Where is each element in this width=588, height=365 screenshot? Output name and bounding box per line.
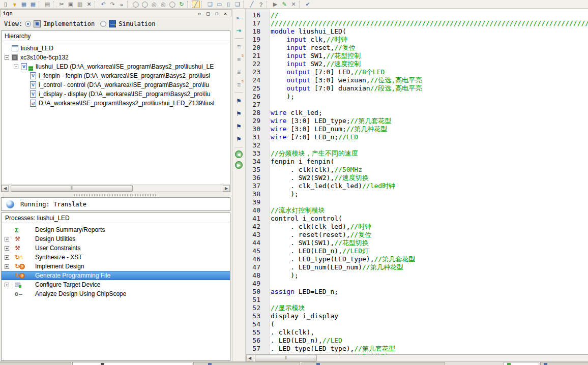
hierarchy-tree-item[interactable]: −Vliushui_LED (D:\A_workarea\ISE_program…: [2, 62, 230, 71]
code-line[interactable]: 53display i_display: [246, 312, 588, 320]
tree-expander-icon[interactable]: +: [5, 264, 9, 269]
hierarchy-tree-item[interactable]: −xc3s100e-5cp132: [2, 53, 230, 62]
bookmark-prev-icon[interactable]: ⚑: [234, 121, 244, 131]
verify-icon[interactable]: ✔: [304, 1, 312, 8]
hierarchy-tree-item[interactable]: cfD:\A_workarea\ISE_program\Basys2_pro\l…: [2, 99, 230, 108]
code-line[interactable]: 33//分频模块，产生不同的速度: [246, 149, 588, 158]
stop-user-icon[interactable]: ✕: [289, 1, 298, 8]
process-item[interactable]: +⚒User Constraints: [2, 244, 230, 253]
arrange-windows-icon[interactable]: ❏: [233, 1, 242, 8]
process-item[interactable]: +↻⚠Synthesize - XST: [2, 253, 230, 262]
nav-back-icon[interactable]: ◀: [235, 150, 243, 158]
bottom-tab[interactable]: [302, 362, 445, 365]
code-line[interactable]: 20 input reset,//复位: [246, 44, 588, 52]
refresh-icon[interactable]: ↻: [178, 1, 186, 8]
indent-numbered-icon[interactable]: ≡: [234, 80, 244, 89]
code-line[interactable]: 30wire [3:0] LED_num;//第几种花型: [246, 125, 588, 133]
code-line[interactable]: 18module liushui_LED(: [246, 27, 588, 36]
code-line[interactable]: 36 . SW2(SW2),//速度切换: [246, 174, 588, 182]
code-line[interactable]: 21 input SW1,//花型控制: [246, 52, 588, 60]
bottom-tab[interactable]: [193, 362, 300, 365]
open-project-icon[interactable]: ▼: [11, 1, 19, 8]
editor-hscrollbar[interactable]: ◀: [246, 354, 588, 361]
code-line[interactable]: 54(: [246, 320, 588, 328]
hierarchy-hscrollbar[interactable]: ◀ ▶: [2, 185, 230, 192]
code-line[interactable]: 51: [246, 296, 588, 304]
code-line[interactable]: 24 output [3:0] weixuan,//位选,高电平亮: [246, 76, 588, 84]
expand-block-icon[interactable]: ⇥: [234, 25, 244, 35]
overflow-icon[interactable]: »: [117, 1, 126, 8]
bookmark-toggle-icon[interactable]: ⚑: [234, 109, 244, 118]
code-editor[interactable]: 16//17//////////////////////////////////…: [246, 9, 588, 365]
code-line[interactable]: 42 . clk(clk_led),//时钟: [246, 223, 588, 231]
code-line[interactable]: 34fenpin i_fenpin(: [246, 158, 588, 166]
zoom-selection-icon[interactable]: ◎: [150, 1, 158, 8]
tree-expander-icon[interactable]: +: [5, 283, 9, 287]
process-item[interactable]: ↻?Generate Programming File: [2, 271, 230, 280]
bookmark-next-icon[interactable]: ⚑: [234, 96, 244, 106]
bottom-tab-active[interactable]: [72, 362, 192, 365]
run-icon[interactable]: ▶: [271, 1, 279, 8]
code-line[interactable]: 41control i_control(: [246, 215, 588, 223]
zoom-in-icon[interactable]: ◯: [132, 1, 140, 8]
scroll-thumb[interactable]: [11, 185, 133, 192]
hierarchy-tree-item[interactable]: Vi_display - display (D:\A_workarea\ISE_…: [2, 89, 230, 99]
outline-numbered-icon[interactable]: ≡: [234, 54, 244, 64]
new-document-icon[interactable]: ▯: [2, 1, 10, 8]
tile-vertical-icon[interactable]: ▯: [224, 1, 232, 8]
code-line[interactable]: 27: [246, 101, 588, 109]
wand-icon[interactable]: ╱: [248, 1, 256, 8]
close-button[interactable]: ✕: [222, 10, 229, 16]
indent-guide-icon[interactable]: ≡: [234, 67, 244, 77]
code-line[interactable]: 26 );: [246, 93, 588, 101]
code-line[interactable]: 45 . LED(LED_n),//LED灯: [246, 247, 588, 255]
float-button[interactable]: ↔: [196, 10, 203, 16]
bookmark-clear-icon[interactable]: ⚑: [234, 134, 244, 144]
zoom-full-icon[interactable]: ◯: [168, 1, 177, 8]
code-line[interactable]: 49: [246, 280, 588, 288]
undo-icon[interactable]: ↶: [99, 1, 107, 8]
restore-button[interactable]: ❐: [213, 10, 220, 16]
zoom-box-icon[interactable]: ◎: [159, 1, 167, 8]
tree-expander-icon[interactable]: −: [5, 55, 9, 60]
code-line[interactable]: 35 . clk(clk),//50MHz: [246, 166, 588, 174]
scroll-left-arrow-icon[interactable]: ◀: [246, 355, 253, 361]
code-line[interactable]: 31wire [7:0] LED_n;//LED: [246, 133, 588, 141]
panel-splitter[interactable]: [0, 193, 231, 197]
code-line[interactable]: 43 . reset(reset),//复位: [246, 231, 588, 239]
code-line[interactable]: 22 input SW2,//速度控制: [246, 60, 588, 68]
process-item[interactable]: +↻?Implement Design: [2, 262, 230, 271]
process-item[interactable]: ΣDesign Summary/Reports: [2, 225, 230, 234]
hierarchy-tree-item[interactable]: Vi_control - control (D:\A_workarea\ISE_…: [2, 80, 230, 89]
code-line[interactable]: 50assign LED=LED_n;: [246, 288, 588, 296]
cut-icon[interactable]: ✂: [57, 1, 66, 8]
simulation-radio[interactable]: [100, 21, 106, 27]
highlight-tool-icon[interactable]: ╱: [192, 1, 200, 8]
code-line[interactable]: 29wire [3:0] LED_type;//第几套花型: [246, 117, 588, 125]
code-line[interactable]: 39: [246, 198, 588, 206]
code-line[interactable]: 46 . LED_type(LED_type),//第几套花型: [246, 255, 588, 263]
cascade-windows-icon[interactable]: ❏: [206, 1, 214, 8]
code-line[interactable]: 25 output [7:0] duanxian//段选,高电平亮: [246, 84, 588, 93]
code-line[interactable]: 40//流水灯控制模块: [246, 206, 588, 215]
code-line[interactable]: 55. clk(clk),: [246, 328, 588, 337]
scroll-thumb[interactable]: [255, 355, 317, 361]
scroll-left-arrow-icon[interactable]: ◀: [2, 185, 9, 192]
context-help-icon[interactable]: ?: [257, 1, 265, 8]
code-line[interactable]: 28wire clk_led;: [246, 109, 588, 117]
hierarchy-tree-item[interactable]: liushui_LED: [2, 44, 230, 53]
tile-horizontal-icon[interactable]: ▭: [215, 1, 223, 8]
collapse-block-icon[interactable]: ⇤: [234, 13, 244, 22]
code-line[interactable]: 17//////////////////////////////////////…: [246, 19, 588, 27]
code-line[interactable]: 44 . SW1(SW1),//花型切换: [246, 239, 588, 247]
save-icon[interactable]: ▦: [20, 1, 28, 8]
hierarchy-tree-item[interactable]: Vi_fenpin - fenpin (D:\A_workarea\ISE_pr…: [2, 71, 230, 80]
bottom-tab[interactable]: [540, 362, 588, 365]
code-line[interactable]: 38 );: [246, 190, 588, 198]
maximize-button[interactable]: □: [204, 10, 212, 16]
code-line[interactable]: 19 input clk,//时钟: [246, 36, 588, 44]
tree-expander-icon[interactable]: +: [5, 237, 9, 241]
code-line[interactable]: 48 );: [246, 271, 588, 280]
tree-expander-icon[interactable]: +: [5, 246, 9, 251]
implementation-radio[interactable]: [25, 21, 31, 27]
